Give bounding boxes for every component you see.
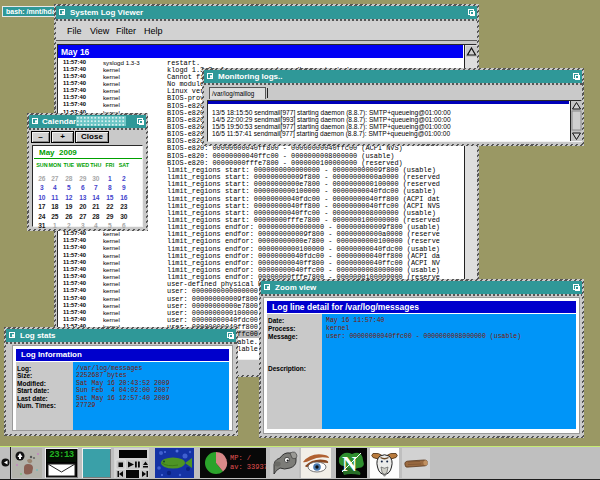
svg-text:MP: /: MP: / [230,454,251,462]
svg-text:av: 33937: av: 33937 [230,463,266,471]
